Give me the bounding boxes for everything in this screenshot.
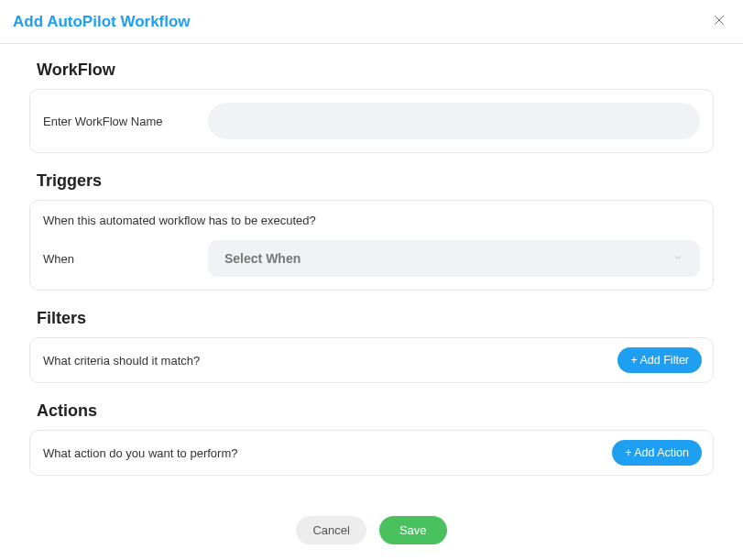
filters-card: What criteria should it match? + Add Fil… — [29, 337, 714, 383]
triggers-card: When this automated workflow has to be e… — [29, 200, 714, 291]
close-button[interactable] — [708, 9, 730, 34]
close-icon — [712, 13, 727, 30]
filters-section-title: Filters — [29, 309, 714, 328]
save-button[interactable]: Save — [379, 516, 447, 544]
when-select-placeholder: Select When — [224, 251, 300, 266]
triggers-when-row: When Select When — [43, 240, 700, 277]
actions-card: What action do you want to perform? + Ad… — [29, 430, 714, 476]
modal-content: WorkFlow Enter WorkFlow Name Triggers Wh… — [0, 44, 743, 544]
actions-question: What action do you want to perform? — [43, 446, 237, 460]
chevron-down-icon — [672, 251, 683, 266]
add-action-button[interactable]: + Add Action — [612, 440, 702, 466]
workflow-card: Enter WorkFlow Name — [29, 89, 714, 153]
when-label: When — [43, 252, 180, 266]
actions-section: Actions What action do you want to perfo… — [29, 401, 714, 476]
actions-section-title: Actions — [29, 401, 714, 421]
workflow-section: WorkFlow Enter WorkFlow Name — [29, 60, 714, 153]
when-select[interactable]: Select When — [208, 240, 700, 277]
workflow-name-label: Enter WorkFlow Name — [43, 115, 180, 128]
workflow-section-title: WorkFlow — [29, 60, 714, 80]
filters-section: Filters What criteria should it match? +… — [29, 309, 714, 383]
cancel-button[interactable]: Cancel — [296, 516, 366, 544]
triggers-section-title: Triggers — [29, 171, 714, 191]
modal-header: Add AutoPilot Workflow — [0, 0, 743, 44]
triggers-section: Triggers When this automated workflow ha… — [29, 171, 714, 291]
footer: Cancel Save — [29, 516, 714, 544]
modal-title: Add AutoPilot Workflow — [13, 13, 191, 31]
add-filter-button[interactable]: + Add Filter — [617, 347, 702, 373]
triggers-question: When this automated workflow has to be e… — [43, 214, 700, 227]
workflow-name-input[interactable] — [208, 103, 700, 139]
workflow-name-row: Enter WorkFlow Name — [43, 103, 700, 139]
filters-question: What criteria should it match? — [43, 354, 200, 368]
